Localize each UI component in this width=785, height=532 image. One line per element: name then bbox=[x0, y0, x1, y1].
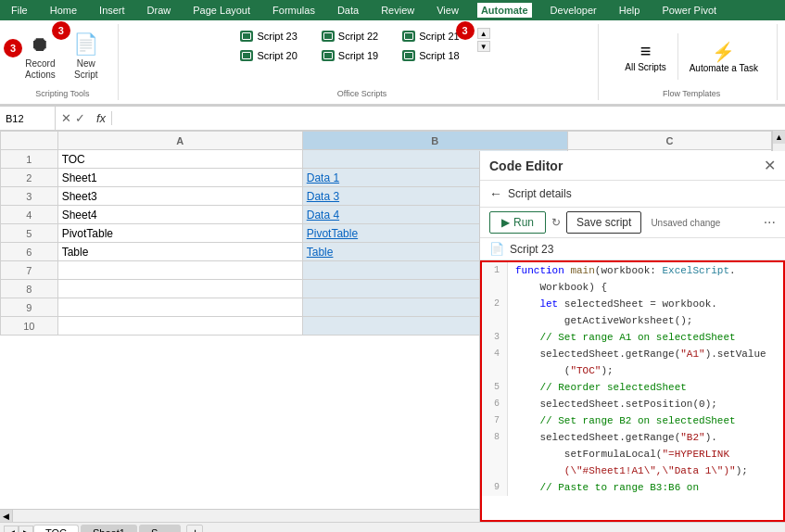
cell-a2[interactable]: Sheet1 bbox=[57, 169, 302, 187]
confirm-icon[interactable]: ✓ bbox=[75, 111, 85, 125]
menu-automate[interactable]: Automate bbox=[477, 3, 532, 18]
add-sheet-button[interactable]: + bbox=[186, 525, 203, 533]
tab-scroll-left[interactable]: ◀ bbox=[4, 526, 19, 533]
col-header-c[interactable]: C bbox=[567, 132, 771, 150]
menu-insert[interactable]: Insert bbox=[95, 3, 129, 18]
record-actions-button[interactable]: ⏺ RecordActions 3 bbox=[19, 28, 62, 85]
code-line: 7 // Set range B2 on selectedSheet bbox=[482, 412, 783, 429]
link-b6[interactable]: Table bbox=[307, 246, 334, 259]
run-button[interactable]: ▶ Run bbox=[489, 211, 546, 234]
save-script-button[interactable]: Save script bbox=[566, 211, 641, 234]
menu-page-layout[interactable]: Page Layout bbox=[189, 3, 254, 18]
automate-task-icon: ⚡ bbox=[712, 41, 735, 63]
menu-data[interactable]: Data bbox=[334, 3, 362, 18]
code-editor-nav: ← Script details bbox=[480, 181, 785, 208]
menu-developer[interactable]: Developer bbox=[547, 3, 601, 18]
script-23-button[interactable]: Script 23 bbox=[234, 28, 303, 44]
close-code-editor-button[interactable]: ✕ bbox=[764, 157, 776, 174]
script-21-button[interactable]: Script 21 3 bbox=[396, 28, 465, 44]
cell-a8[interactable] bbox=[57, 280, 302, 298]
cell-a1[interactable]: TOC bbox=[57, 150, 302, 169]
formula-input[interactable] bbox=[112, 113, 785, 124]
link-b5[interactable]: PivotTable bbox=[307, 227, 358, 240]
scroll-up-button[interactable]: ▲ bbox=[477, 28, 490, 39]
line-number: 8 bbox=[482, 429, 508, 446]
more-options-button[interactable]: ··· bbox=[764, 214, 776, 231]
script-19-button[interactable]: Script 19 bbox=[315, 47, 385, 64]
back-button[interactable]: ← bbox=[489, 186, 502, 201]
code-line: 3 // Set range A1 on selectedSheet bbox=[482, 329, 783, 346]
line-number: 4 bbox=[482, 346, 508, 362]
ribbon: ⏺ RecordActions 3 📄 NewScript Scripting … bbox=[0, 20, 785, 107]
tab-s-ellipsis[interactable]: S ... bbox=[139, 525, 182, 532]
line-content: ("TOC"); bbox=[508, 362, 621, 379]
code-editor-content[interactable]: 1function main(workbook: ExcelScript. Wo… bbox=[480, 260, 785, 522]
corner-header bbox=[1, 132, 58, 150]
link-b3[interactable]: Data 3 bbox=[307, 190, 339, 203]
scroll-left-button[interactable]: ◀ bbox=[0, 510, 13, 523]
code-line: 5 // Reorder selectedSheet bbox=[482, 379, 783, 396]
menu-power-pivot[interactable]: Power Pivot bbox=[658, 3, 720, 18]
menu-file[interactable]: File bbox=[7, 3, 32, 18]
menu-view[interactable]: View bbox=[433, 3, 462, 18]
code-line: 4 selectedSheet.getRange("A1").setValue bbox=[482, 346, 783, 362]
tab-scroll-right[interactable]: ▶ bbox=[19, 526, 33, 533]
tab-toc[interactable]: TOC bbox=[33, 525, 79, 533]
code-line: setFormulaLocal("=HYPERLINK bbox=[482, 446, 783, 462]
fx-label: fx bbox=[91, 111, 112, 125]
new-script-button[interactable]: 📄 NewScript bbox=[66, 28, 107, 85]
script-18-button[interactable]: Script 18 bbox=[396, 47, 465, 64]
code-line: 9 // Paste to range B3:B6 on bbox=[482, 479, 783, 496]
script-22-button[interactable]: Script 22 bbox=[315, 28, 385, 44]
scripts-scroll-buttons: ▲ ▼ bbox=[477, 28, 490, 52]
record-icon: ⏺ bbox=[30, 32, 50, 57]
cell-a10[interactable] bbox=[57, 317, 302, 336]
cell-a9[interactable] bbox=[57, 298, 302, 317]
app-window: File Home Insert Draw Page Layout Formul… bbox=[0, 0, 785, 532]
all-scripts-label: All Scripts bbox=[625, 62, 665, 72]
menu-review[interactable]: Review bbox=[377, 3, 418, 18]
col-header-a[interactable]: A bbox=[57, 132, 302, 150]
scripting-tools-label: Scripting Tools bbox=[35, 87, 89, 98]
refresh-icon: ↻ bbox=[551, 216, 561, 229]
script-20-button[interactable]: Script 20 bbox=[234, 47, 303, 64]
link-b2[interactable]: Data 1 bbox=[307, 171, 339, 184]
menu-draw[interactable]: Draw bbox=[144, 3, 175, 18]
script-18-label: Script 18 bbox=[419, 50, 459, 61]
scroll-down-button[interactable]: ▼ bbox=[477, 41, 490, 52]
script-name-bar: 📄 Script 23 bbox=[480, 238, 785, 260]
menu-help[interactable]: Help bbox=[615, 3, 644, 18]
cancel-icon[interactable]: ✕ bbox=[61, 111, 71, 125]
line-content: selectedSheet.getRange("B2"). bbox=[508, 429, 725, 446]
menu-home[interactable]: Home bbox=[46, 3, 81, 18]
code-line: ("TOC"); bbox=[482, 362, 783, 379]
cell-a4[interactable]: Sheet4 bbox=[57, 206, 302, 224]
cell-reference[interactable]: B12 bbox=[0, 107, 56, 130]
col-header-b[interactable]: B bbox=[302, 132, 567, 150]
menu-formulas[interactable]: Formulas bbox=[269, 3, 319, 18]
cell-a3[interactable]: Sheet3 bbox=[57, 187, 302, 206]
row-header-4: 4 bbox=[1, 206, 58, 224]
automate-task-button[interactable]: ⚡ Automate a Task bbox=[682, 37, 766, 77]
line-content: // Set range B2 on selectedSheet bbox=[508, 412, 743, 429]
scroll-up-button[interactable]: ▲ bbox=[773, 131, 786, 144]
badge-3b: 3 bbox=[456, 21, 475, 40]
script-details-label: Script details bbox=[508, 187, 572, 200]
line-number bbox=[482, 446, 508, 462]
code-editor-header: Code Editor ✕ bbox=[480, 151, 785, 181]
line-content: (\"#Sheet1!A1\",\"Data 1\")"); bbox=[508, 462, 755, 479]
tab-sheet1[interactable]: Sheet1 bbox=[81, 525, 137, 532]
office-scripts-label: Office Scripts bbox=[337, 87, 386, 98]
cell-a5[interactable]: PivotTable bbox=[57, 224, 302, 243]
main-area: A B C 1TOC2Sheet1Data 13Sheet3Data 34She… bbox=[0, 131, 785, 522]
all-scripts-button[interactable]: ≡ All Scripts bbox=[617, 37, 673, 76]
scripts-col-1: Script 23 Script 20 bbox=[234, 28, 303, 64]
script-20-label: Script 20 bbox=[257, 50, 297, 61]
row-header-5: 5 bbox=[1, 224, 58, 243]
run-icon: ▶ bbox=[501, 216, 510, 229]
code-line: 6 selectedSheet.setPosition(0); bbox=[482, 396, 783, 412]
line-number: 1 bbox=[482, 262, 508, 279]
cell-a6[interactable]: Table bbox=[57, 243, 302, 261]
link-b4[interactable]: Data 4 bbox=[307, 209, 339, 222]
cell-a7[interactable] bbox=[57, 261, 302, 280]
